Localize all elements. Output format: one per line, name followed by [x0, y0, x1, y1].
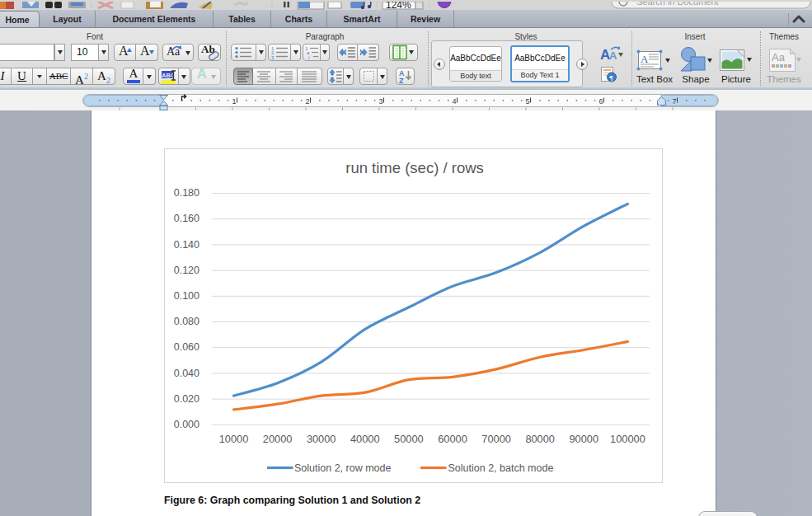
svg-text:0.060: 0.060: [174, 341, 199, 353]
svg-text:0.000: 0.000: [174, 419, 199, 430]
svg-text:20000: 20000: [263, 433, 293, 445]
svg-text:5: 5: [525, 97, 529, 106]
svg-text:0.140: 0.140: [174, 239, 199, 251]
svg-text:100000: 100000: [610, 433, 645, 445]
svg-text:Solution 2, row mode: Solution 2, row mode: [294, 462, 391, 474]
svg-text:2: 2: [305, 97, 309, 106]
svg-text:0.020: 0.020: [174, 393, 199, 405]
svg-text:Z: Z: [399, 77, 404, 85]
svg-text:30000: 30000: [307, 433, 336, 445]
svg-text:90000: 90000: [570, 433, 599, 445]
svg-text:50000: 50000: [394, 433, 424, 445]
svg-text:0.080: 0.080: [174, 316, 199, 327]
svg-text:70000: 70000: [481, 433, 511, 445]
svg-text:6: 6: [598, 97, 603, 106]
svg-text:3: 3: [271, 55, 275, 60]
svg-text:60000: 60000: [438, 433, 467, 445]
svg-text:80000: 80000: [525, 433, 555, 445]
svg-text:run time (sec) / rows: run time (sec) / rows: [345, 159, 484, 176]
svg-text:40000: 40000: [350, 433, 380, 445]
svg-text:124%: 124%: [386, 2, 411, 10]
svg-text:0.180: 0.180: [174, 187, 199, 199]
svg-text:Search in Document: Search in Document: [636, 2, 719, 7]
svg-text:A: A: [609, 49, 617, 62]
svg-text:¶: ¶: [610, 74, 613, 82]
svg-text:0.100: 0.100: [174, 290, 199, 302]
svg-text:3: 3: [378, 97, 383, 106]
svg-text:0.040: 0.040: [174, 368, 199, 379]
svg-text:Aa: Aa: [772, 51, 786, 63]
svg-text:0.160: 0.160: [174, 213, 199, 224]
svg-text:i: i: [308, 55, 309, 60]
svg-text:A: A: [641, 53, 649, 65]
svg-text:4: 4: [452, 97, 456, 106]
svg-text:7: 7: [672, 97, 676, 106]
svg-text:Solution 2, batch mode: Solution 2, batch mode: [448, 462, 554, 474]
svg-text:1: 1: [232, 97, 236, 106]
svg-text:0.120: 0.120: [174, 265, 199, 276]
svg-text:10000: 10000: [219, 433, 249, 445]
